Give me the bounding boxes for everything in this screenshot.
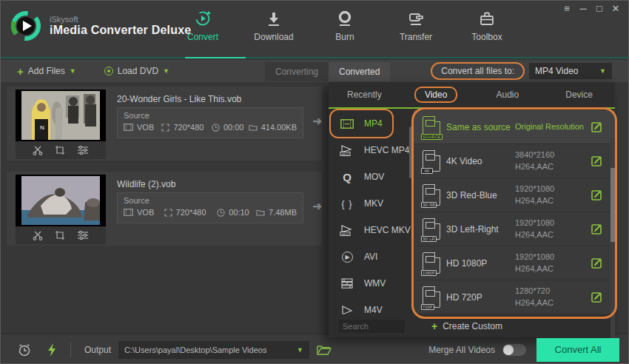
edit-preset-icon[interactable]: [591, 121, 602, 135]
format-item-avi[interactable]: ▶ AVI: [329, 243, 414, 270]
format-label: MKV: [364, 198, 383, 209]
1080p-file-icon: 1080P: [423, 252, 440, 274]
format-item-mov[interactable]: Q MOV: [329, 164, 414, 190]
edit-preset-icon[interactable]: [591, 223, 602, 237]
mp4-icon: [339, 119, 355, 129]
edit-preset-icon[interactable]: [591, 257, 602, 271]
format-item-hevc-mp4[interactable]: HEVC HEVC MP4: [329, 137, 414, 164]
brand-text: iSkysoft iMedia Converter Deluxe: [50, 15, 191, 37]
transfer-icon: [407, 10, 425, 27]
trim-scissors-icon[interactable]: [33, 230, 43, 240]
dvd-icon: [104, 67, 113, 75]
high-speed-bolt-icon[interactable]: [47, 343, 57, 357]
format-label: HEVC MP4: [364, 145, 409, 155]
resolution-icon: [161, 124, 169, 132]
format-item-wmv[interactable]: WMV: [329, 270, 414, 297]
source-file-icon: SOURCE: [423, 116, 440, 138]
tab-converting[interactable]: Converting: [265, 62, 329, 81]
video-thumbnail-card: [16, 175, 106, 244]
trim-scissors-icon[interactable]: [33, 145, 43, 155]
video-thumbnail: N: [16, 90, 106, 141]
file-row[interactable]: Wildlife (2).vob Source VOB 720*480: [7, 172, 322, 246]
file-resolution: 720*480: [173, 123, 204, 132]
preset-4k-video[interactable]: 4K 4K Video 3840*2160 H264,AAC: [414, 144, 615, 178]
film-icon: [124, 124, 133, 131]
file-size: 7.48MB: [269, 208, 297, 217]
music-video-thumbnail-image: N: [21, 91, 100, 140]
tab-recently[interactable]: Recently: [329, 82, 400, 107]
nav-tab-transfer[interactable]: Transfer: [391, 10, 440, 42]
crop-icon[interactable]: [55, 230, 65, 240]
close-icon[interactable]: ✕: [610, 4, 621, 13]
file-duration: 00:10: [229, 208, 249, 217]
target-arrow-icon: ➜: [312, 115, 322, 128]
file-duration: 00:00: [223, 123, 244, 132]
merge-all-videos-toggle[interactable]: [502, 344, 526, 356]
svg-text:HEVC: HEVC: [341, 232, 349, 236]
nav-tab-convert[interactable]: Convert: [178, 10, 227, 42]
maximize-icon[interactable]: □: [594, 4, 605, 13]
output-path-select[interactable]: C:\Users\payal\Desktop\Sample Videos ▼: [118, 341, 309, 359]
file-row[interactable]: N: [7, 87, 322, 161]
effects-sliders-icon[interactable]: [77, 230, 89, 240]
format-item-hevc-mkv[interactable]: HEVC HEVC MKV: [329, 217, 414, 243]
preset-list-scrollbar[interactable]: [610, 138, 615, 343]
crop-icon[interactable]: [55, 145, 65, 155]
convert-all-button[interactable]: Convert All: [536, 338, 619, 362]
create-custom-button[interactable]: + Create Custom: [431, 320, 502, 332]
create-custom-label: Create Custom: [443, 321, 502, 331]
tab-video[interactable]: Video: [400, 82, 472, 107]
tab-audio[interactable]: Audio: [472, 82, 544, 107]
preset-same-as-source[interactable]: SOURCE Same as source Original Resolutio…: [414, 110, 615, 144]
bottom-bar: Output C:\Users\payal\Desktop\Sample Vid…: [1, 334, 628, 364]
file-name: 20-Wonder Girls - Like This.vob: [117, 94, 241, 104]
load-dvd-label: Load DVD: [118, 66, 158, 76]
m4v-icon: [339, 305, 355, 315]
preset-scrollbar-thumb[interactable]: [610, 168, 615, 242]
edit-preset-icon[interactable]: [591, 155, 602, 169]
add-files-button[interactable]: + Add Files ▼: [17, 65, 76, 78]
format-item-mkv[interactable]: { } MKV: [329, 190, 414, 217]
download-icon: [265, 10, 283, 27]
preset-3d-red-blue[interactable]: 3D RB 3D Red-Blue 1920*1080 H264,AAC: [414, 178, 615, 212]
nav-tab-toolbox[interactable]: Toolbox: [462, 10, 511, 42]
effects-sliders-icon[interactable]: [77, 145, 89, 155]
nav-tab-download[interactable]: Download: [249, 10, 298, 42]
edit-preset-icon[interactable]: [591, 291, 602, 305]
window-controls: ≡ ─ □ ✕: [562, 4, 621, 13]
convert-icon: [194, 10, 212, 27]
format-item-mp4[interactable]: MP4: [329, 110, 414, 137]
nav-label: Burn: [335, 32, 354, 42]
720p-file-icon: 720P: [423, 286, 440, 308]
preset-hd-1080p[interactable]: 1080P HD 1080P 1920*1080 H264,AAC: [414, 246, 615, 280]
video-thumbnail: [16, 175, 106, 226]
footer-divider: [70, 343, 71, 357]
edit-preset-icon[interactable]: [591, 189, 602, 203]
tab-converted[interactable]: Converted: [329, 62, 390, 81]
file-name: Wildlife (2).vob: [117, 179, 175, 189]
file-resolution: 720*480: [176, 208, 206, 217]
title-bar: iSkysoft iMedia Converter Deluxe Convert: [1, 1, 628, 58]
nav-label: Convert: [187, 32, 218, 42]
toolbar: + Add Files ▼ Load DVD ▼ Converting Conv…: [1, 60, 628, 82]
tab-device[interactable]: Device: [543, 82, 615, 107]
format-search-input[interactable]: [337, 319, 406, 334]
output-label: Output: [84, 345, 111, 355]
nav-tab-burn[interactable]: Burn: [320, 10, 369, 42]
brand-logo-icon: [10, 10, 42, 42]
minimize-icon[interactable]: ─: [578, 4, 588, 13]
toolbox-icon: [478, 10, 496, 27]
output-format-select[interactable]: MP4 Video ▼: [529, 63, 612, 79]
preset-3d-left-right[interactable]: 3D LR 3D Left-Right 1920*1080 H264,AAC: [414, 212, 615, 246]
format-label: WMV: [364, 278, 386, 289]
chevron-down-icon: ▼: [70, 67, 76, 75]
open-output-folder-icon[interactable]: [317, 344, 332, 356]
menu-icon[interactable]: ≡: [562, 4, 572, 13]
format-item-m4v[interactable]: M4V: [329, 297, 414, 315]
source-info-box: Source VOB 720*480: [117, 107, 303, 138]
preset-hd-720p[interactable]: 720P HD 720P 1280*720 H264,AAC: [414, 280, 615, 314]
schedule-clock-icon[interactable]: [17, 343, 32, 357]
load-dvd-button[interactable]: Load DVD ▼: [104, 66, 169, 76]
3d-rb-file-icon: 3D RB: [423, 184, 440, 206]
format-list-scrollbar[interactable]: [409, 127, 413, 178]
